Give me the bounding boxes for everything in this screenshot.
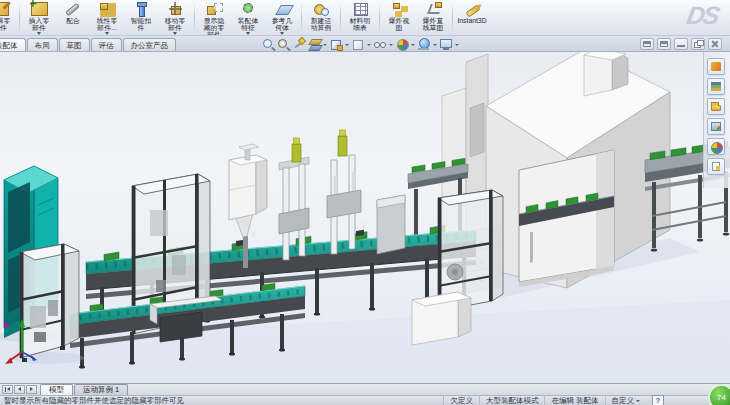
button-label: 参考几何体 — [272, 17, 292, 31]
bill-of-materials-button[interactable]: 材料明细表 — [343, 1, 377, 35]
mate-button[interactable]: 配合 — [56, 1, 90, 35]
custom-properties-icon[interactable] — [707, 158, 725, 175]
button-label: 移动零部件 — [165, 17, 185, 31]
restore-document-button[interactable] — [691, 38, 705, 50]
file-explorer-icon[interactable] — [707, 98, 725, 115]
dropdown-caret[interactable] — [173, 32, 177, 35]
insert-icon — [31, 2, 48, 16]
tab-evaluate[interactable]: 评估 — [91, 38, 122, 51]
sheet-tabs: 模型运动算例 1 — [40, 384, 129, 395]
dropdown-caret[interactable] — [433, 44, 437, 46]
tab-office-products[interactable]: 办公室产品 — [123, 38, 177, 51]
status-segment: 大型装配体模式 — [479, 396, 545, 405]
dropdown-caret[interactable] — [411, 44, 415, 46]
tab-sketch[interactable]: 草图 — [59, 38, 90, 51]
view-palette-icon[interactable] — [707, 118, 725, 135]
assyfeat-icon — [240, 2, 257, 16]
new-motion-study-button[interactable]: 新建运动算例 — [304, 1, 338, 35]
hide-show-items-icon[interactable] — [373, 38, 387, 51]
view-settings-icon[interactable] — [439, 38, 453, 51]
ribbon-group-separator — [194, 3, 195, 33]
appearances-scenes-icon[interactable] — [707, 138, 725, 155]
scroll-next-button[interactable] — [26, 385, 37, 394]
button-label: 配合 — [66, 17, 80, 24]
mate-icon — [65, 2, 82, 16]
instant3d-button[interactable]: Instant3D — [455, 1, 489, 35]
dropdown-caret[interactable] — [105, 32, 109, 35]
refgeo-icon — [274, 2, 291, 16]
showhide-icon — [206, 2, 223, 16]
dropdown-caret[interactable] — [367, 44, 371, 46]
tile-windows-button[interactable] — [657, 38, 671, 50]
dropdown-caret[interactable] — [280, 32, 284, 35]
editpart-icon — [0, 2, 9, 16]
status-bar: 暂时显示所有隐藏的零部件并使选定的隐藏零部件可见 欠定义大型装配体模式在编辑 装… — [0, 395, 730, 405]
view-orientation-icon[interactable] — [329, 38, 343, 51]
tab-model[interactable]: 模型 — [40, 384, 73, 395]
button-label: Instant3D — [457, 17, 486, 24]
graphics-area[interactable] — [0, 52, 730, 383]
status-segments: 欠定义大型装配体模式在编辑 装配体自定义 — [443, 396, 646, 405]
fastener-icon — [133, 2, 150, 16]
heads-up-view-toolbar — [262, 37, 460, 52]
button-label: 材料明细表 — [350, 17, 370, 31]
status-segment[interactable]: 自定义 — [605, 396, 647, 405]
button-label: 新建运动算例 — [311, 17, 331, 31]
graphics-area-scene[interactable] — [0, 52, 730, 383]
tower-enclosure-b[interactable] — [438, 190, 503, 311]
explode-icon — [391, 2, 408, 16]
ribbon-group-separator — [452, 3, 453, 33]
button-label: 编辑零部件 — [0, 17, 10, 31]
linear-component-pattern-button[interactable]: 线性零部件... — [90, 1, 124, 35]
ribbon-group-separator — [19, 3, 20, 33]
previous-view-icon[interactable] — [292, 38, 306, 51]
close-document-button[interactable] — [708, 38, 722, 50]
apply-scene-icon[interactable] — [417, 38, 431, 51]
zoom-fit-icon[interactable] — [262, 38, 276, 51]
tab-layout[interactable]: 布局 — [27, 38, 58, 51]
ribbon-tabs: 装配体布局草图评估办公室产品 — [0, 38, 177, 51]
dropdown-caret[interactable] — [345, 44, 349, 46]
zoom-area-icon[interactable] — [277, 38, 291, 51]
smart-fasteners-button[interactable]: 智能扣件 — [124, 1, 158, 35]
edit-appearance-icon[interactable] — [395, 38, 409, 51]
minimize-document-button[interactable] — [674, 38, 688, 50]
reference-geometry-button[interactable]: 参考几何体 — [265, 1, 299, 35]
button-label: 智能扣件 — [131, 17, 151, 31]
status-segment: 在编辑 装配体 — [544, 396, 604, 405]
edit-component-button[interactable]: 编辑零部件 — [0, 1, 17, 35]
scroll-prev-button[interactable] — [14, 385, 25, 394]
show-hidden-components-button[interactable]: 显示隐藏的零部件 — [197, 1, 231, 35]
dropdown-caret[interactable] — [246, 32, 250, 35]
tab-assembly[interactable]: 装配体 — [0, 38, 26, 51]
help-icon[interactable]: ? — [652, 395, 664, 405]
design-library-icon[interactable] — [707, 78, 725, 95]
tab-motion-study-1[interactable]: 运动算例 1 — [74, 384, 128, 395]
insert-components-button[interactable]: 插入零部件 — [22, 1, 56, 35]
dropdown-caret[interactable] — [323, 44, 327, 46]
move-component-button[interactable]: 移动零部件 — [158, 1, 192, 35]
scroll-first-button[interactable] — [2, 385, 13, 394]
cascade-windows-button[interactable] — [640, 38, 654, 50]
station-3[interactable] — [377, 195, 405, 254]
pattern-icon — [99, 2, 116, 16]
dropdown-caret[interactable] — [636, 400, 640, 402]
solidworks-resources-icon[interactable] — [707, 58, 725, 75]
ribbon-group-separator — [301, 3, 302, 33]
instant3d-icon — [464, 2, 481, 16]
button-label: 装配体特征 — [238, 17, 258, 31]
status-segment: 欠定义 — [443, 396, 479, 405]
dropdown-caret[interactable] — [37, 32, 41, 35]
display-style-icon[interactable] — [351, 38, 365, 51]
ribbon-group-separator — [340, 3, 341, 33]
document-window-controls — [640, 38, 722, 50]
dropdown-caret[interactable] — [455, 44, 459, 46]
exploded-view-button[interactable]: 爆炸视图 — [382, 1, 416, 35]
bom-icon — [352, 2, 369, 16]
status-hint-text: 暂时显示所有隐藏的零部件并使选定的隐藏零部件可见 — [4, 396, 443, 405]
section-view-icon[interactable] — [307, 38, 321, 51]
assembly-features-button[interactable]: 装配体特征 — [231, 1, 265, 35]
dropdown-caret[interactable] — [389, 44, 393, 46]
explode-line-sketch-button[interactable]: 爆炸直线草图 — [416, 1, 450, 35]
sheet-nav-buttons — [0, 385, 40, 395]
